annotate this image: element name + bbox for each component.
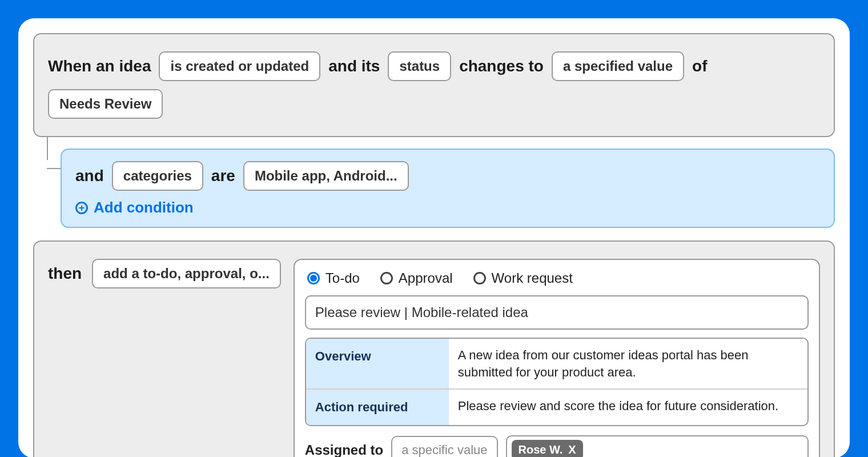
desc-row: Action required Please review and score …	[306, 390, 807, 425]
radio-icon	[380, 272, 393, 284]
action-then: then	[48, 264, 82, 283]
action-title-input[interactable]: Please review | Mobile-related idea	[305, 295, 809, 330]
desc-label-cell[interactable]: Action required	[306, 390, 449, 425]
assignee-chip-name: Rose W.	[519, 443, 563, 456]
radio-approval[interactable]: Approval	[380, 270, 453, 286]
action-kind-radio-group: To-do Approval Work request	[305, 270, 809, 295]
radio-work-request[interactable]: Work request	[473, 270, 573, 286]
condition-field-select[interactable]: categories	[112, 161, 203, 191]
assignee-chip[interactable]: Rose W. X	[512, 440, 583, 457]
assignee-input[interactable]: Rose W. X	[506, 435, 809, 457]
add-condition-label: Add condition	[94, 199, 194, 217]
trigger-value-select[interactable]: Needs Review	[48, 89, 163, 119]
action-description-table: Overview A new idea from our customer id…	[305, 338, 809, 426]
radio-todo-label: To-do	[326, 270, 360, 286]
plus-icon: +	[75, 202, 88, 214]
assigned-mode-select[interactable]: a specific value	[391, 436, 497, 457]
trigger-lead: When an idea	[48, 57, 151, 75]
radio-icon	[473, 272, 486, 284]
desc-label-cell[interactable]: Overview	[306, 339, 449, 388]
desc-value-cell[interactable]: A new idea from our customer ideas porta…	[449, 339, 807, 388]
trigger-value-type-select[interactable]: a specified value	[552, 51, 684, 81]
assigned-to-row: Assigned to a specific value Rose W. X	[305, 435, 809, 457]
condition-are: are	[211, 167, 235, 185]
radio-approval-label: Approval	[399, 270, 453, 286]
assigned-to-label: Assigned to	[305, 442, 383, 457]
condition-panel: and categories are Mobile app, Android..…	[61, 149, 835, 228]
condition-and: and	[75, 167, 104, 185]
trigger-and-its: and its	[328, 57, 380, 75]
radio-todo[interactable]: To-do	[307, 270, 360, 286]
trigger-changes-to: changes to	[459, 57, 544, 75]
trigger-panel: When an idea is created or updated and i…	[33, 33, 835, 137]
rule-builder-card: When an idea is created or updated and i…	[18, 18, 850, 457]
action-details-box: To-do Approval Work request Please revie…	[294, 259, 820, 457]
radio-icon	[307, 272, 320, 284]
desc-value-cell[interactable]: Please review and score the idea for fut…	[449, 390, 807, 425]
desc-row: Overview A new idea from our customer id…	[306, 339, 807, 390]
add-condition-button[interactable]: + Add condition	[75, 199, 820, 217]
close-icon[interactable]: X	[568, 443, 576, 456]
condition-values-select[interactable]: Mobile app, Android...	[243, 161, 409, 191]
radio-work-request-label: Work request	[492, 270, 573, 286]
trigger-of: of	[692, 57, 707, 75]
trigger-event-select[interactable]: is created or updated	[159, 51, 320, 81]
action-type-select[interactable]: add a to-do, approval, o...	[92, 259, 281, 288]
trigger-field-select[interactable]: status	[388, 51, 451, 81]
action-panel: then add a to-do, approval, o... To-do A…	[33, 240, 835, 457]
